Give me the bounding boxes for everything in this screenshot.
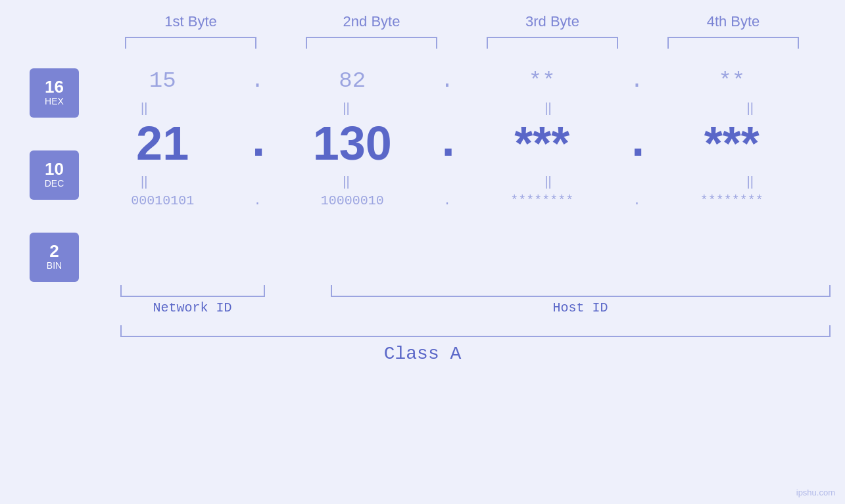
watermark: ipshu.com: [796, 488, 835, 497]
bin-base-box: 2 BIN: [30, 233, 79, 282]
bracket-byte2: [306, 37, 437, 49]
hex-dot1: .: [244, 68, 270, 93]
bin-val4: ********: [673, 193, 791, 208]
host-bracket: [331, 285, 831, 297]
dec-values-row: 21 . 130 . *** . ***: [92, 120, 802, 167]
bracket-byte3: [487, 37, 618, 49]
bottom-section: Network ID Host ID: [120, 285, 831, 315]
hex-base-box: 16 HEX: [30, 68, 79, 118]
hex-dot3: .: [624, 68, 650, 93]
sep1-3: ||: [532, 101, 565, 116]
bottom-labels-row: Network ID Host ID: [120, 300, 831, 315]
hex-val2: 82: [293, 68, 412, 93]
hex-base-label: HEX: [45, 95, 64, 108]
dec-dot2: .: [434, 120, 460, 167]
bin-values-row: 00010101 . 10000010 . ******** . *******…: [92, 193, 802, 208]
bin-base-label: BIN: [47, 260, 62, 273]
class-bracket: [120, 325, 831, 337]
byte3-header: 3rd Byte: [487, 13, 618, 30]
sep2-4: ||: [734, 174, 767, 189]
dec-dot1: .: [244, 120, 270, 167]
network-id-label: Network ID: [120, 300, 265, 315]
bracket-byte1: [125, 37, 256, 49]
hex-val3: **: [483, 68, 601, 93]
dec-val4: ***: [673, 120, 791, 167]
main-values-section: 16 HEX 10 DEC 2 BIN 15 . 82 . ** . **: [0, 62, 845, 282]
dec-dot3: .: [624, 120, 650, 167]
dec-val1: 21: [103, 120, 222, 167]
sep2-3: ||: [532, 174, 565, 189]
byte-headers-row: 1st Byte 2nd Byte 3rd Byte 4th Byte: [101, 13, 824, 30]
hex-dot2: .: [434, 68, 460, 93]
byte4-header: 4th Byte: [667, 13, 799, 30]
values-grid: 15 . 82 . ** . ** || || || || 21: [92, 62, 845, 212]
byte1-header: 1st Byte: [125, 13, 256, 30]
bottom-brackets-row: [120, 285, 831, 297]
hex-base-num: 16: [45, 78, 64, 95]
bin-val3: ********: [483, 193, 601, 208]
bin-dot2: .: [434, 193, 460, 208]
sep1-4: ||: [734, 101, 767, 116]
dec-base-num: 10: [45, 160, 64, 177]
bin-base-num: 2: [49, 242, 59, 260]
network-bracket: [120, 285, 265, 297]
sep1-2: ||: [329, 101, 362, 116]
sep-dec-bin: || || || ||: [92, 170, 802, 193]
class-label: Class A: [384, 344, 462, 364]
sep2-2: ||: [329, 174, 362, 189]
sep1-1: ||: [128, 101, 160, 116]
sep2-1: ||: [128, 174, 160, 189]
bin-dot3: .: [624, 193, 650, 208]
hex-values-row: 15 . 82 . ** . **: [92, 68, 802, 93]
dec-base-label: DEC: [45, 177, 64, 191]
dec-val3: ***: [483, 120, 601, 167]
main-container: 1st Byte 2nd Byte 3rd Byte 4th Byte 16 H…: [0, 0, 845, 504]
host-id-label: Host ID: [331, 300, 831, 315]
base-boxes-column: 16 HEX 10 DEC 2 BIN: [0, 62, 79, 282]
bin-dot1: .: [244, 193, 270, 208]
dec-val2: 130: [293, 120, 412, 167]
bin-val2: 10000010: [293, 193, 412, 208]
bin-val1: 00010101: [103, 193, 222, 208]
hex-val4: **: [673, 68, 791, 93]
hex-val1: 15: [103, 68, 222, 93]
dec-base-box: 10 DEC: [30, 150, 79, 200]
bracket-byte4: [667, 37, 799, 49]
top-brackets: [101, 37, 824, 49]
byte2-header: 2nd Byte: [306, 13, 437, 30]
